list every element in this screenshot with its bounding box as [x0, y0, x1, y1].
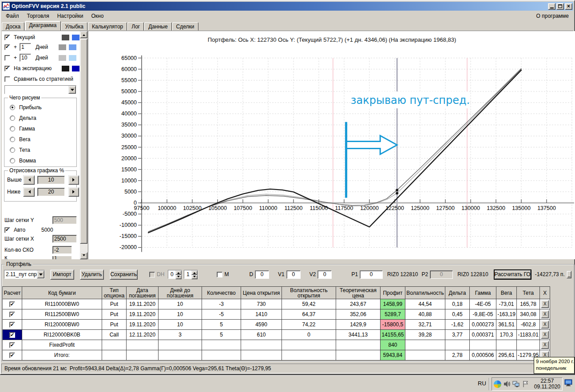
draw-option-Тета[interactable]: Тета — [10, 147, 76, 153]
tab-log[interactable]: Лог — [127, 22, 144, 31]
menu-window[interactable]: Окно — [87, 12, 108, 20]
delete-row-button[interactable]: X — [541, 310, 549, 318]
tab-calculator[interactable]: Калькулятор — [88, 22, 127, 31]
maximize-button[interactable] — [556, 3, 564, 10]
app-tray-icon[interactable] — [494, 380, 501, 388]
column-header[interactable]: Дельта — [445, 287, 470, 299]
column-header[interactable]: Дней до погашения — [159, 287, 202, 299]
import-button[interactable]: Импорт — [50, 269, 74, 280]
sko-count-input[interactable] — [52, 246, 72, 254]
dh-spinner-1[interactable]: 0 — [168, 270, 182, 279]
radio-icon[interactable] — [10, 115, 15, 121]
save-button[interactable]: Сохранить — [110, 269, 138, 280]
radio-icon[interactable] — [10, 126, 15, 131]
row-checkbox[interactable] — [9, 312, 15, 317]
plus10-checkbox[interactable] — [4, 55, 10, 61]
row-check-cell[interactable] — [3, 299, 22, 309]
row-checkbox[interactable] — [9, 332, 15, 338]
column-header[interactable]: Гамма — [470, 287, 496, 299]
delete-button[interactable]: Удалить — [80, 269, 104, 280]
column-header[interactable]: Волатильность — [405, 287, 445, 299]
tab-diagram[interactable]: Диаграмма — [25, 21, 60, 31]
row-checkbox[interactable] — [9, 301, 15, 307]
delete-row-button[interactable]: X — [541, 341, 549, 349]
spin-down-button[interactable] — [175, 275, 182, 279]
v1-input[interactable] — [286, 270, 301, 279]
plus10-days-input[interactable] — [20, 54, 31, 62]
draw-option-Вомма[interactable]: Вомма — [10, 158, 76, 164]
table-row[interactable]: RI110000BW0Put19.11.202010-373059,42243,… — [3, 299, 550, 309]
scroll-down-button[interactable] — [80, 252, 87, 259]
radio-icon[interactable] — [10, 137, 15, 142]
preset-dropdown-button[interactable] — [37, 270, 44, 278]
column-header[interactable]: Профит — [381, 287, 405, 299]
table-row[interactable]: RI112500BW0Put19.11.202010-5141064,37352… — [3, 309, 550, 320]
draw-option-Вега[interactable]: Вега — [10, 136, 76, 143]
tab-deals[interactable]: Сделки — [172, 22, 198, 31]
radio-icon[interactable] — [10, 147, 15, 153]
above-decrease-button[interactable] — [23, 175, 35, 185]
column-header[interactable]: Дата погашения — [127, 287, 159, 299]
tab-smile[interactable]: Улыбка — [61, 22, 88, 31]
draw-option-Дельта[interactable]: Дельта — [10, 115, 76, 121]
spin-down-button[interactable] — [191, 275, 198, 279]
grid-step-x-input[interactable] — [52, 235, 77, 243]
menu-trade[interactable]: Торговля — [23, 12, 53, 20]
column-header[interactable]: Вега — [496, 287, 517, 299]
minimize-button[interactable] — [548, 3, 555, 10]
column-header[interactable]: Код бумаги — [22, 287, 102, 299]
flag-icon[interactable] — [522, 380, 529, 388]
delete-row-button[interactable]: X — [541, 300, 549, 308]
clock[interactable]: 22:57 09.11.2020 — [534, 378, 560, 390]
table-row[interactable]: RI120000BK0BCall12.11.20203561003441,131… — [3, 330, 550, 340]
auto-checkbox[interactable] — [4, 227, 10, 233]
row-check-cell[interactable] — [3, 309, 22, 320]
column-header[interactable]: Расчет — [3, 287, 22, 299]
row-checkbox[interactable] — [9, 322, 15, 328]
show-desktop-icon[interactable] — [564, 379, 573, 387]
below-decrease-button[interactable] — [23, 187, 35, 197]
strategy-combobox-dropdown-button[interactable] — [68, 86, 76, 94]
scrollbar-thumb[interactable] — [80, 39, 87, 244]
portfolio-preset-combobox[interactable]: 2.11_пут спре — [4, 270, 45, 279]
row-check-cell[interactable] — [3, 340, 22, 350]
menu-settings[interactable]: Настройки — [53, 12, 87, 20]
delete-row-button[interactable]: X — [541, 321, 549, 329]
tab-board[interactable]: Доска — [2, 22, 24, 31]
column-header[interactable]: Количество — [202, 287, 241, 299]
spin-up-button[interactable] — [175, 270, 182, 275]
row-check-cell[interactable] — [3, 350, 22, 360]
expiry-checkbox[interactable] — [4, 66, 10, 71]
m-checkbox[interactable] — [217, 272, 222, 277]
row-checkbox[interactable] — [9, 352, 15, 358]
language-indicator[interactable]: RU — [478, 380, 486, 387]
plus1-days-input[interactable] — [20, 43, 31, 51]
column-header[interactable]: Волатильность открытия — [282, 287, 336, 299]
network-icon[interactable] — [512, 380, 520, 388]
table-row[interactable]: FixedProfit840X — [3, 340, 550, 350]
calculate-go-button[interactable]: Рассчитать ГО — [494, 269, 531, 280]
clipped-input[interactable] — [52, 256, 72, 259]
menu-about[interactable]: О программе — [532, 12, 573, 20]
dh-checkbox[interactable] — [149, 272, 155, 277]
row-checkbox[interactable] — [9, 342, 15, 348]
strategy-combobox[interactable] — [4, 85, 76, 94]
row-check-cell[interactable] — [3, 330, 22, 340]
column-header[interactable]: Цена открытия — [241, 287, 282, 299]
below-increase-button[interactable] — [68, 187, 79, 197]
spin-up-button[interactable] — [191, 270, 198, 275]
column-header[interactable]: Теоретическая цена — [336, 287, 381, 299]
radio-icon[interactable] — [10, 158, 15, 163]
profit-chart[interactable]: -20000-15000-10000-500005000100001500020… — [88, 31, 575, 259]
current-checkbox[interactable] — [4, 35, 10, 40]
tab-data[interactable]: Данные — [144, 22, 171, 31]
titlebar[interactable]: OptionFVV версия 2.1 public × — [2, 2, 573, 11]
column-header[interactable]: Тип опциона — [102, 287, 127, 299]
column-header[interactable]: Тета — [517, 287, 540, 299]
delete-row-button[interactable]: X — [541, 331, 549, 339]
sidebar-scrollbar[interactable] — [80, 31, 87, 259]
scroll-up-button[interactable] — [80, 31, 87, 38]
plus1-checkbox[interactable] — [4, 44, 10, 50]
menu-file[interactable]: Файл — [2, 12, 23, 20]
above-increase-button[interactable] — [68, 175, 79, 185]
